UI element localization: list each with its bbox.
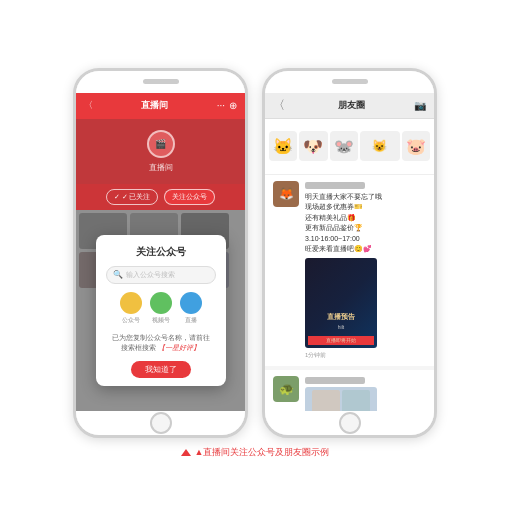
modal-desc: 已为您复制公众号名称，请前往 搜索框搜索 【一星好评】	[112, 333, 210, 354]
phone1-back-icon[interactable]: 〈	[84, 99, 93, 112]
phone1-hero: 🎬 直播间	[76, 119, 245, 184]
feed-content-1: ████ 明天直播大家不要忘了哦 现场超多优惠券🎫 还有精美礼品🎁 更有新品品鉴…	[305, 181, 426, 360]
phone1-notch	[76, 71, 245, 93]
modal-title: 关注公众号	[136, 245, 186, 259]
modal-search-icon: 🔍	[113, 270, 123, 279]
phone1-screen: 〈 直播间 ··· ⊕ 🎬 直播间 ✓ ✓ 已关注	[76, 93, 245, 411]
feed-username-1: ████	[305, 181, 426, 190]
phone1-hero-label: 直播间	[149, 162, 173, 173]
modal-desc-line2: 搜索框搜索 【一星好评】	[121, 344, 200, 351]
feed-image-1: 直播预告 hilt 直播即将开始	[305, 258, 377, 348]
phone1-more-icon[interactable]: ···	[217, 100, 225, 111]
modal-icon-1-label: 公众号	[122, 316, 140, 325]
sticker-1: 🐱	[269, 131, 297, 161]
caption-triangle-icon	[181, 449, 191, 456]
phone2-bottom	[265, 411, 434, 435]
modal-search-bar[interactable]: 🔍 输入公众号搜索	[106, 266, 216, 284]
modal-search-placeholder: 输入公众号搜索	[126, 270, 175, 280]
phone1-speaker	[143, 79, 179, 84]
caption-row: ▲直播间关注公众号及朋友圈示例	[181, 446, 330, 459]
phone1-content-area: 梦境321精彩日 关注公众号 🔍 输入公众号搜索	[76, 210, 245, 411]
modal-box: 关注公众号 🔍 输入公众号搜索 公众号	[96, 235, 226, 386]
feed-avatar-1: 🦊	[273, 181, 299, 207]
feed-text-1: 明天直播大家不要忘了哦 现场超多优惠券🎫 还有精美礼品🎁 更有新品品鉴价🏆 3.…	[305, 192, 426, 255]
phone1-follow-btn[interactable]: ✓ ✓ 已关注	[106, 189, 159, 205]
modal-icon-3: 直播	[180, 292, 202, 325]
modal-icons-row: 公众号 视频号 直播	[106, 292, 216, 325]
sticker-2: 🐶	[299, 131, 327, 161]
phone1-subscribe-btn[interactable]: 关注公众号	[164, 189, 215, 205]
feed-image-inner-1: 直播预告 hilt 直播即将开始	[305, 258, 377, 348]
feed-avatar-2: 🐢	[273, 376, 299, 402]
modal-desc-line1: 已为您复制公众号名称，请前往	[112, 334, 210, 341]
phone1-topbar-icons: ··· ⊕	[217, 100, 237, 111]
feed-item-1: 🦊 ████ 明天直播大家不要忘了哦 现场超多优惠券🎫 还有精美礼品🎁 更有新品…	[265, 175, 434, 366]
modal-confirm-btn[interactable]: 我知道了	[131, 361, 191, 378]
modal-icon-2-label: 视频号	[152, 316, 170, 325]
phone2-feed: 🦊 ████ 明天直播大家不要忘了哦 现场超多优惠券🎫 还有精美礼品🎁 更有新品…	[265, 175, 434, 411]
phone2-topbar: 〈 朋友圈 📷	[265, 93, 434, 119]
phone2-speaker	[332, 79, 368, 84]
modal-icon-3-label: 直播	[185, 316, 197, 325]
phone2-notch	[265, 71, 434, 93]
feed-item-2: 🐢 ████ 1分钟前	[265, 370, 434, 411]
phone2-title: 朋友圈	[289, 99, 414, 112]
feed-time-1: 1分钟前	[305, 351, 426, 360]
phone2-back-icon[interactable]: 〈	[273, 97, 285, 114]
feed-username-2: ████	[305, 376, 426, 385]
phone1-add-icon[interactable]: ⊕	[229, 100, 237, 111]
phone1-bottom	[76, 411, 245, 435]
sticker-4: 😺	[360, 131, 400, 161]
modal-icon-2: 视频号	[150, 292, 172, 325]
phone1-topbar: 〈 直播间 ··· ⊕	[76, 93, 245, 119]
caption-text: ▲直播间关注公众号及朋友圈示例	[195, 446, 330, 459]
modal-overlay: 关注公众号 🔍 输入公众号搜索 公众号	[76, 210, 245, 411]
sticker-5: 🐷	[402, 131, 430, 161]
phone2-home-button[interactable]	[339, 412, 361, 434]
phone-2: 〈 朋友圈 📷 🐱 🐶 🐭 😺 🐷 🦊	[262, 68, 437, 438]
feed-content-2: ████ 1分钟前 ❤️	[305, 376, 426, 411]
phone2-screen: 〈 朋友圈 📷 🐱 🐶 🐭 😺 🐷 🦊	[265, 93, 434, 411]
phone-1: 〈 直播间 ··· ⊕ 🎬 直播间 ✓ ✓ 已关注	[73, 68, 248, 438]
phone1-avatar: 🎬	[147, 130, 175, 158]
feed-small-image-2	[305, 387, 377, 411]
phone2-camera-icon[interactable]: 📷	[414, 100, 426, 111]
phone1-buttons-row: ✓ ✓ 已关注 关注公众号	[76, 184, 245, 210]
phone2-stickers-row: 🐱 🐶 🐭 😺 🐷	[265, 119, 434, 175]
modal-icon-1: 公众号	[120, 292, 142, 325]
feed-image-red-bar: 直播即将开始	[308, 336, 374, 345]
phones-container: 〈 直播间 ··· ⊕ 🎬 直播间 ✓ ✓ 已关注	[73, 68, 437, 438]
sticker-3: 🐭	[330, 131, 358, 161]
modal-highlight: 【一星好评】	[158, 344, 200, 351]
phone1-home-button[interactable]	[150, 412, 172, 434]
phone1-title: 直播间	[93, 99, 217, 112]
feed-image-text: 直播即将开始	[310, 337, 372, 344]
